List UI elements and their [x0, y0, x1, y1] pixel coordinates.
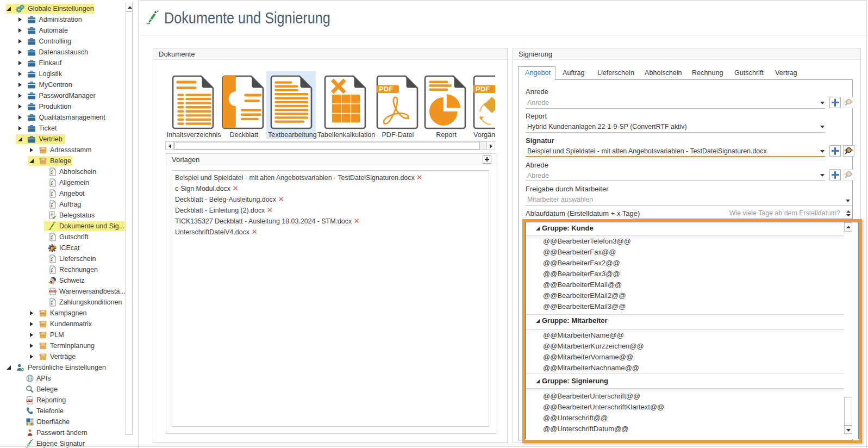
svg-text:PDF: PDF [27, 399, 32, 402]
svg-text:PDF: PDF [379, 85, 394, 93]
svg-text:PDF: PDF [476, 85, 490, 93]
